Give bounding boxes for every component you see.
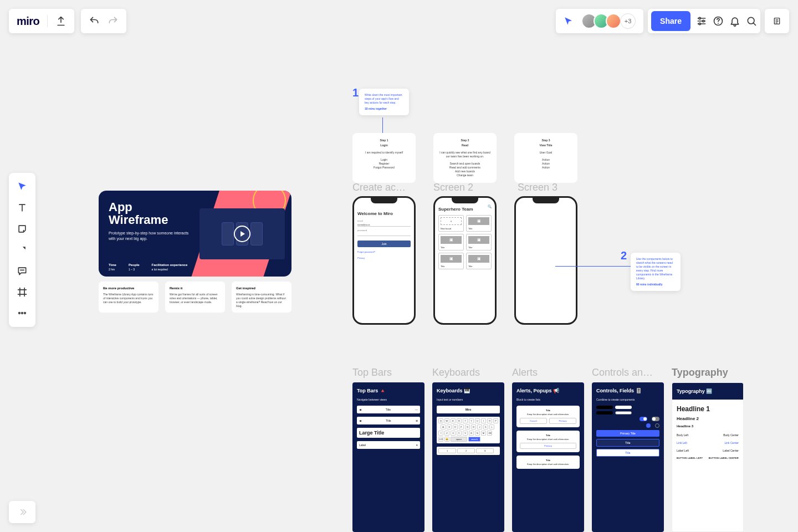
play-icon <box>234 226 250 242</box>
export-icon[interactable] <box>55 16 66 27</box>
step-card[interactable]: Step 2 Read I can quickly see what one f… <box>433 133 497 183</box>
typo-h3: Headline 3 <box>677 424 739 428</box>
intro-card[interactable]: Get inspiredWireframing is time-consumin… <box>232 282 291 313</box>
callout-text: Use the components below to sketch what … <box>636 257 675 280</box>
wf-alert[interactable]: Title Keep the description short and inf… <box>516 406 580 427</box>
wf-navbar[interactable]: ◀Title⋯ <box>357 406 420 413</box>
left-toolbar <box>9 173 35 327</box>
svg-point-6 <box>19 313 21 314</box>
tile-item[interactable]: ▣Title <box>466 253 492 269</box>
toggle-off[interactable] <box>652 417 659 421</box>
lib-topbars[interactable]: Top Bars 🔺 Navigate between views ◀Title… <box>352 382 424 532</box>
tool-frame[interactable] <box>11 282 33 303</box>
callout-card[interactable]: Use the components below to sketch what … <box>631 253 681 291</box>
frame-label[interactable]: Top Bars <box>352 367 392 378</box>
notes-button[interactable] <box>765 9 789 33</box>
tile-item[interactable]: ▣Title <box>466 234 492 250</box>
phone-frame[interactable]: Welcome to Miro email name@co.io passwor… <box>352 196 416 325</box>
phone-frames: Welcome to Miro email name@co.io passwor… <box>352 196 577 325</box>
frame-label[interactable]: Controls an… <box>592 367 653 378</box>
lib-keyboards[interactable]: Keyboards 🎹 Input text or numbers Miro Q… <box>432 382 504 532</box>
join-button[interactable]: Join <box>357 241 411 247</box>
step-card[interactable]: Step 3 View Title User Goal Action Actio… <box>514 133 577 183</box>
wf-navbar[interactable]: Label▾ <box>357 441 420 449</box>
bell-icon[interactable] <box>729 16 740 27</box>
phone-frame[interactable]: 🔍 Superhero Team +New board ▣Title ▣Titl… <box>433 196 497 325</box>
topbar-right: +3 Share <box>556 9 789 33</box>
phone-notch <box>371 198 397 203</box>
hero-meta: Time2 hrs People1 – 3 Facilitation exper… <box>109 263 187 271</box>
privacy-link[interactable]: Privacy <box>357 257 411 259</box>
expand-button[interactable] <box>9 501 35 523</box>
lib-alerts[interactable]: Alerts, Popups 📢 Block to create lists T… <box>512 382 584 532</box>
lib-controls[interactable]: Controls, Fields 🎚️ Combine to create co… <box>592 382 664 532</box>
tool-text[interactable] <box>11 197 33 218</box>
callout-number: 2 <box>621 249 627 262</box>
intro-card[interactable]: Remix itWe've got frames for all sorts o… <box>165 282 225 313</box>
wf-navbar[interactable]: ◀Title⊕ <box>357 417 420 424</box>
svg-point-8 <box>24 313 26 314</box>
wf-button[interactable]: Title <box>596 449 659 457</box>
cursor-icon[interactable] <box>564 16 574 26</box>
hero-video[interactable] <box>200 208 285 259</box>
collab-pill: +3 <box>556 9 643 33</box>
password-field[interactable] <box>357 232 411 236</box>
typo-h2: Headline 2 <box>677 416 739 421</box>
frame-label[interactable]: Typography <box>672 367 728 378</box>
avatar[interactable] <box>606 13 621 29</box>
undo-icon[interactable] <box>89 16 100 27</box>
notes-icon <box>773 16 781 27</box>
tile-item[interactable]: ▣Title <box>438 253 464 269</box>
redo-icon[interactable] <box>108 16 119 27</box>
connector-line <box>382 117 383 133</box>
canvas[interactable]: AppWireframe Prototype step-by-step how … <box>0 0 798 532</box>
hero-title: AppWireframe <box>109 201 192 226</box>
hero-subtitle: Prototype step-by-step how someone inter… <box>109 231 192 242</box>
callout-card[interactable]: Write down the most important steps of y… <box>359 89 409 115</box>
tile-item[interactable]: ▣Title <box>438 234 464 250</box>
settings-icon[interactable] <box>696 16 707 27</box>
tool-arrow[interactable] <box>11 239 33 260</box>
facepile[interactable]: +3 <box>585 13 636 29</box>
frame-label[interactable]: Screen 3 <box>518 182 557 193</box>
miro-logo[interactable]: miro <box>17 15 39 28</box>
wf-keyboard[interactable]: QWERTYUIOP ASDFGHJKL ⇧ZXCVBNM⌫ 123😊space… <box>437 417 500 443</box>
toggle-on[interactable] <box>640 417 647 421</box>
topbar-left: miro <box>9 9 126 33</box>
search-icon[interactable]: 🔍 <box>488 204 492 208</box>
callout-cta: 18 mins together <box>365 107 403 111</box>
tool-sticky[interactable] <box>11 218 33 239</box>
tile-item[interactable]: ▣Title <box>466 215 492 232</box>
callout-text: Write down the most important steps of y… <box>365 93 403 105</box>
wf-numpad[interactable]: 123 <box>437 447 500 455</box>
callout-number: 1 <box>352 86 359 99</box>
wf-alert[interactable]: Title Keep the description short and inf… <box>516 456 580 469</box>
tool-select[interactable] <box>11 176 33 197</box>
intro-cards: Be more productiveThe Wireframe Library … <box>99 282 291 313</box>
phone-notch <box>452 198 478 203</box>
wf-button[interactable]: Primary Title <box>596 430 659 437</box>
phone-frame-empty[interactable] <box>514 196 577 325</box>
frame-label[interactable]: Screen 2 <box>433 182 473 193</box>
frame-label[interactable]: Keyboards <box>432 367 480 378</box>
wf-button[interactable]: Title <box>596 439 659 447</box>
step-cards: Step 1 Login I am required to identify m… <box>352 133 577 183</box>
step-card[interactable]: Step 1 Login I am required to identify m… <box>352 133 416 183</box>
help-icon[interactable] <box>713 16 724 27</box>
lib-typography[interactable]: Typography 🔤 Headline 1 Headline 2 Headl… <box>672 382 744 532</box>
share-button[interactable]: Share <box>651 11 690 31</box>
wf-large-title[interactable]: Large Title <box>357 428 420 438</box>
tool-more[interactable] <box>11 303 33 324</box>
intro-card[interactable]: Be more productiveThe Wireframe Library … <box>99 282 158 313</box>
search-icon[interactable] <box>746 16 757 27</box>
actions-pill: Share <box>648 9 760 33</box>
tile-new[interactable]: +New board <box>438 215 464 232</box>
frame-label[interactable]: Alerts <box>512 367 538 378</box>
forgot-link[interactable]: Forgot password? <box>357 250 411 253</box>
tool-comment[interactable] <box>11 260 33 282</box>
frame-label[interactable]: Create ac… <box>352 182 413 193</box>
avatar-more[interactable]: +3 <box>620 13 636 29</box>
wf-alert[interactable]: Title Keep the description short and inf… <box>516 431 580 452</box>
email-field[interactable]: name@co.io <box>357 222 411 227</box>
hero-card[interactable]: AppWireframe Prototype step-by-step how … <box>99 191 291 277</box>
